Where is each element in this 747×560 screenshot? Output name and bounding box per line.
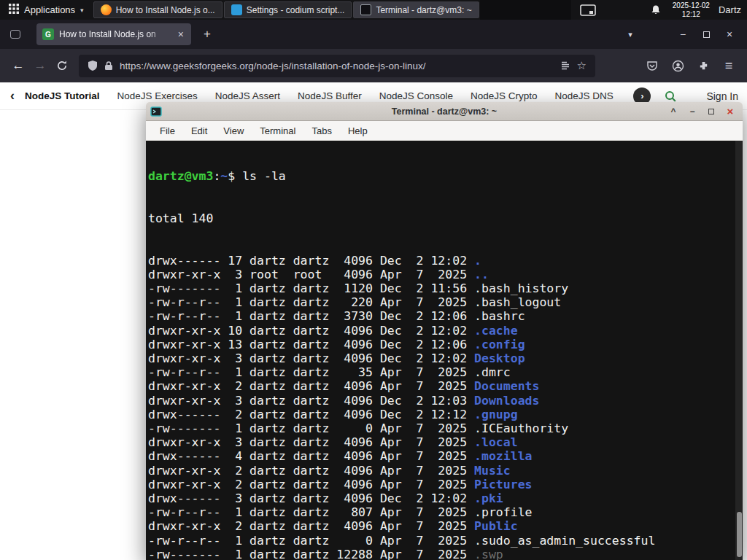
site-nav-link[interactable]: NodeJS Crypto — [471, 90, 538, 101]
close-button[interactable]: × — [718, 24, 741, 44]
extensions-icon[interactable] — [692, 55, 714, 77]
file-name: .profile — [474, 505, 532, 519]
bookmark-star-icon[interactable]: ☆ — [577, 59, 587, 72]
prompt-user-host: dartz@vm3 — [148, 169, 213, 183]
caret-down-icon: ▾ — [80, 7, 84, 14]
prompt-line: dartz@vm3:~$ ls -la — [148, 169, 743, 183]
site-nav-link[interactable]: NodeJS Assert — [215, 90, 280, 101]
clock[interactable]: 2025-12-02 12:12 — [673, 1, 710, 18]
reader-view-icon[interactable] — [560, 61, 570, 71]
maximize-button[interactable] — [694, 24, 718, 44]
terminal-line: -rw-r--r-- 1 dartz dartz 3730 Dec 2 12:0… — [148, 309, 743, 323]
back-button[interactable]: ← — [7, 55, 29, 77]
file-name: Public — [474, 519, 518, 533]
firefox-view-icon[interactable] — [6, 25, 25, 44]
taskbar-button-terminal[interactable]: Terminal - dartz@vm3: ~ — [353, 1, 479, 18]
minimize-button[interactable]: − — [684, 104, 700, 119]
lock-icon[interactable] — [104, 61, 113, 71]
file-name: Desktop — [474, 351, 525, 365]
firefox-icon — [101, 4, 112, 15]
terminal-line: drwxr-xr-x 3 dartz dartz 4096 Apr 7 2025… — [148, 435, 743, 449]
chevron-right-icon: › — [640, 90, 643, 101]
url-bar[interactable]: https://www.geeksforgeeks.org/node-js/in… — [79, 55, 595, 77]
prompt-symbol: $ — [228, 169, 242, 183]
terminal-line: drwxr-xr-x 3 dartz dartz 4096 Dec 2 12:0… — [148, 394, 743, 408]
site-nav-link[interactable]: NodeJS Exercises — [117, 90, 198, 101]
file-name: .. — [474, 268, 489, 281]
menu-view[interactable]: View — [215, 125, 252, 136]
terminal-line: drwxr-xr-x 13 dartz dartz 4096 Dec 2 12:… — [148, 338, 743, 351]
close-button[interactable]: × — [722, 104, 738, 119]
terminal-line: drwxr-xr-x 3 root root 4096 Apr 7 2025 .… — [148, 268, 743, 281]
menu-edit[interactable]: Edit — [183, 125, 215, 136]
terminal-window-title: Terminal - dartz@vm3: ~ — [146, 106, 743, 117]
terminal-line: drwx------ 17 dartz dartz 4096 Dec 2 12:… — [148, 254, 743, 268]
terminal-menubar: File Edit View Terminal Tabs Help — [146, 121, 743, 141]
terminal-titlebar[interactable]: Terminal - dartz@vm3: ~ ^ − × — [146, 102, 743, 121]
terminal-window-controls: ^ − × — [665, 104, 738, 119]
taskbar-button-firefox[interactable]: How to Install Node.js o... — [93, 1, 222, 18]
terminal-line: -rw-r--r-- 1 dartz dartz 0 Apr 7 2025 .s… — [148, 534, 743, 548]
tab-close-icon[interactable]: × — [177, 28, 185, 40]
new-tab-button[interactable]: + — [198, 26, 216, 43]
reload-button[interactable] — [51, 55, 73, 77]
terminal-line: drwx------ 4 dartz dartz 4096 Apr 7 2025… — [148, 449, 743, 463]
terminal-line: -rw-r--r-- 1 dartz dartz 35 Apr 7 2025 .… — [148, 365, 743, 379]
task-title: Settings - codium script... — [247, 5, 345, 15]
terminal-line: -rw------- 1 dartz dartz 0 Apr 7 2025 .I… — [148, 421, 743, 435]
file-name: . — [474, 254, 481, 268]
taskbar-button-codium[interactable]: Settings - codium script... — [224, 1, 352, 18]
window-controls: ▾ − × — [619, 24, 741, 44]
scroll-left-icon[interactable]: ‹ — [7, 88, 18, 104]
forward-button[interactable]: → — [29, 55, 51, 77]
site-nav-link[interactable]: NodeJS DNS — [555, 90, 614, 101]
scrollbar-thumb[interactable] — [737, 512, 742, 557]
total-line: total 140 — [148, 211, 743, 225]
terminal-scrollbar[interactable] — [735, 141, 743, 560]
navigation-toolbar: ← → https://www.geeksforgeeks.org/node-j… — [0, 49, 747, 82]
file-name: .dmrc — [474, 365, 511, 379]
site-nav-link[interactable]: NodeJS Buffer — [298, 90, 362, 101]
terminal-line: -rw-r--r-- 1 dartz dartz 807 Apr 7 2025 … — [148, 505, 743, 519]
terminal-line: -rw------- 1 dartz dartz 1120 Dec 2 11:5… — [148, 281, 743, 295]
task-title: Terminal - dartz@vm3: ~ — [376, 5, 471, 15]
user-menu[interactable]: Dartz — [719, 4, 741, 15]
terminal-icon — [360, 4, 371, 15]
clock-time: 12:12 — [673, 10, 710, 19]
pocket-icon[interactable] — [641, 55, 663, 77]
menu-icon[interactable]: ≡ — [718, 55, 740, 77]
file-name: Pictures — [474, 478, 532, 491]
shade-button[interactable]: ^ — [665, 104, 681, 119]
top-panel: Applications ▾ How to Install Node.js o.… — [0, 0, 747, 20]
notification-bell-icon[interactable] — [651, 4, 661, 15]
tab-bar: G How to Install Node.js on × + ▾ − × — [0, 20, 747, 49]
terminal-output[interactable]: dartz@vm3:~$ ls -la total 140 drwx------… — [146, 141, 743, 560]
tray-display-icon[interactable] — [580, 4, 596, 16]
prompt-separator: : — [213, 169, 220, 183]
menu-file[interactable]: File — [152, 125, 183, 136]
search-icon[interactable] — [664, 90, 677, 103]
applications-label: Applications — [24, 4, 75, 15]
gfg-favicon: G — [42, 28, 54, 40]
terminal-line: drwxr-xr-x 2 dartz dartz 4096 Apr 7 2025… — [148, 478, 743, 491]
menu-help[interactable]: Help — [340, 125, 376, 136]
site-nav-link[interactable]: NodeJS Console — [379, 90, 453, 101]
list-tabs-icon[interactable]: ▾ — [619, 24, 642, 44]
account-icon[interactable] — [667, 55, 689, 77]
menu-tabs[interactable]: Tabs — [303, 125, 339, 136]
terminal-icon — [150, 106, 162, 117]
terminal-line: drwxr-xr-x 2 dartz dartz 4096 Apr 7 2025… — [148, 519, 743, 533]
shield-icon[interactable] — [88, 60, 98, 71]
minimize-button[interactable]: − — [671, 24, 694, 44]
command-text: ls -la — [242, 169, 286, 183]
tab-title: How to Install Node.js on — [59, 29, 171, 39]
file-name: .cache — [474, 324, 518, 338]
maximize-button[interactable] — [703, 104, 719, 119]
terminal-line: drwxr-xr-x 3 dartz dartz 4096 Dec 2 12:0… — [148, 351, 743, 365]
task-title: How to Install Node.js o... — [116, 5, 215, 15]
browser-tab[interactable]: G How to Install Node.js on × — [36, 23, 191, 45]
site-nav-link[interactable]: NodeJS Tutorial — [25, 90, 100, 101]
applications-menu[interactable]: Applications ▾ — [0, 0, 93, 20]
sign-in-button[interactable]: Sign In — [706, 90, 738, 102]
menu-terminal[interactable]: Terminal — [252, 125, 303, 136]
